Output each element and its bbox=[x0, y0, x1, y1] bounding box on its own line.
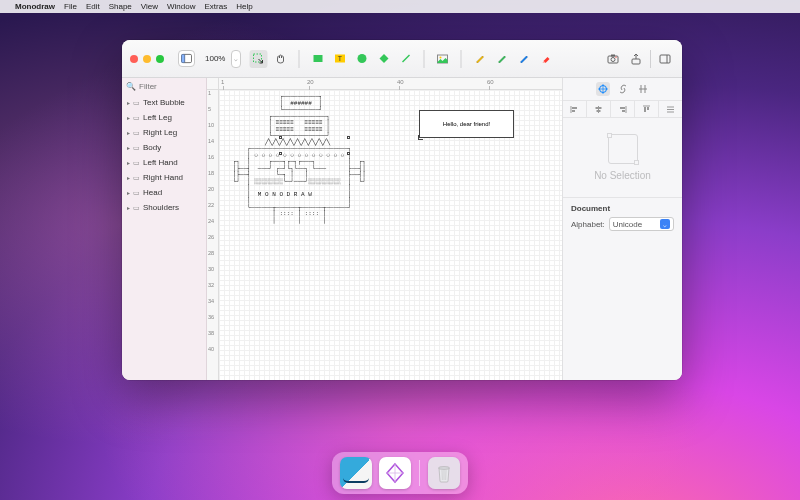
shape-item-shoulders[interactable]: ▸▭Shoulders bbox=[122, 200, 206, 215]
align-center-button[interactable] bbox=[587, 101, 611, 117]
maximize-button[interactable] bbox=[156, 55, 164, 63]
eraser-tool[interactable] bbox=[537, 50, 555, 68]
pencil-tool-3[interactable] bbox=[515, 50, 533, 68]
image-tool[interactable] bbox=[434, 50, 452, 68]
dock-separator bbox=[419, 460, 420, 486]
text-icon: T bbox=[334, 53, 345, 64]
tool-group-image bbox=[430, 50, 456, 68]
ruler-mark: 24 bbox=[208, 218, 214, 224]
ruler-mark: 10 bbox=[208, 122, 214, 128]
shape-item-label: Left Leg bbox=[143, 113, 172, 122]
line-icon bbox=[400, 53, 411, 64]
folder-icon: ▭ bbox=[133, 144, 140, 152]
inspector-toggle-button[interactable] bbox=[656, 50, 674, 68]
inspector-tabs bbox=[563, 78, 682, 101]
lines-button[interactable] bbox=[659, 101, 682, 117]
close-button[interactable] bbox=[130, 55, 138, 63]
disclosure-arrow-icon: ▸ bbox=[127, 174, 130, 181]
svg-rect-28 bbox=[596, 107, 602, 109]
align-right-button[interactable] bbox=[611, 101, 635, 117]
zoom-level[interactable]: 100% bbox=[203, 54, 227, 63]
zoom-stepper[interactable]: ⌵ bbox=[231, 50, 241, 68]
ruler-mark: 32 bbox=[208, 282, 214, 288]
shape-item-right-hand[interactable]: ▸▭Right Hand bbox=[122, 170, 206, 185]
align-top-button[interactable] bbox=[635, 101, 659, 117]
document-heading: Document bbox=[571, 204, 674, 213]
menu-window[interactable]: Window bbox=[167, 2, 195, 11]
tool-group-select bbox=[246, 50, 294, 68]
selection-tool[interactable] bbox=[250, 50, 268, 68]
speech-text: Hello, dear friend! bbox=[443, 121, 490, 127]
disclosure-arrow-icon: ▸ bbox=[127, 114, 130, 121]
dock-finder[interactable] bbox=[340, 457, 372, 489]
rectangle-tool[interactable] bbox=[309, 50, 327, 68]
disclosure-arrow-icon: ▸ bbox=[127, 129, 130, 136]
minimize-button[interactable] bbox=[143, 55, 151, 63]
trash-icon bbox=[435, 463, 453, 483]
folder-icon: ▭ bbox=[133, 174, 140, 182]
svg-rect-4 bbox=[313, 55, 322, 62]
text-tool[interactable]: T bbox=[331, 50, 349, 68]
shape-item-left-leg[interactable]: ▸▭Left Leg bbox=[122, 110, 206, 125]
alphabet-select[interactable]: Unicode ⌵ bbox=[609, 217, 674, 231]
menu-shape[interactable]: Shape bbox=[109, 2, 132, 11]
selection-handle[interactable] bbox=[279, 152, 282, 155]
svg-rect-16 bbox=[660, 55, 670, 63]
snapshot-button[interactable] bbox=[604, 50, 622, 68]
hand-tool[interactable] bbox=[272, 50, 290, 68]
camera-icon bbox=[607, 53, 619, 65]
canvas[interactable]: ┌──────────┐ │ ###### │ └──────────┘ ┌──… bbox=[219, 90, 562, 380]
robot-drawing[interactable]: ┌──────────┐ │ ###### │ └──────────┘ ┌──… bbox=[229, 94, 366, 224]
shape-item-text-bubble[interactable]: ▸▭Text Bubble bbox=[122, 95, 206, 110]
inspector-tab-position[interactable] bbox=[596, 82, 610, 96]
inspector-tab-attach[interactable] bbox=[616, 82, 630, 96]
menu-file[interactable]: File bbox=[64, 2, 77, 11]
pencil-tool-2[interactable] bbox=[493, 50, 511, 68]
toolbar-right bbox=[604, 50, 674, 68]
shape-item-head[interactable]: ▸▭Head bbox=[122, 185, 206, 200]
align-left-button[interactable] bbox=[563, 101, 587, 117]
inspector-tab-guides[interactable] bbox=[636, 82, 650, 96]
dock bbox=[332, 452, 468, 494]
chevron-down-icon: ⌵ bbox=[660, 219, 670, 229]
panel-icon bbox=[659, 53, 671, 65]
speech-bubble[interactable]: Hello, dear friend! bbox=[419, 110, 514, 138]
ruler-mark: 28 bbox=[208, 250, 214, 256]
hand-icon bbox=[275, 53, 287, 65]
shape-item-body[interactable]: ▸▭Body bbox=[122, 140, 206, 155]
ruler-mark: 20 bbox=[208, 186, 214, 192]
rectangle-icon bbox=[312, 53, 323, 64]
menu-help[interactable]: Help bbox=[236, 2, 252, 11]
app-name[interactable]: Monodraw bbox=[15, 2, 55, 11]
dock-trash[interactable] bbox=[428, 457, 460, 489]
export-button[interactable] bbox=[627, 50, 645, 68]
diamond-tool[interactable] bbox=[375, 50, 393, 68]
menu-extras[interactable]: Extras bbox=[204, 2, 227, 11]
inspector-subtabs bbox=[563, 101, 682, 118]
shape-item-right-leg[interactable]: ▸▭Right Leg bbox=[122, 125, 206, 140]
shapes-filter-input[interactable] bbox=[139, 82, 207, 91]
menu-edit[interactable]: Edit bbox=[86, 2, 100, 11]
selection-handle[interactable] bbox=[347, 136, 350, 139]
shape-item-left-hand[interactable]: ▸▭Left Hand bbox=[122, 155, 206, 170]
selection-handle[interactable] bbox=[347, 152, 350, 155]
alphabet-value: Unicode bbox=[613, 220, 642, 229]
cursor-icon bbox=[253, 53, 265, 65]
svg-point-7 bbox=[357, 54, 366, 63]
sidebar-toggle-button[interactable] bbox=[178, 50, 195, 67]
selection-handle[interactable] bbox=[279, 136, 282, 139]
svg-rect-31 bbox=[620, 107, 625, 109]
ruler-vertical: 15101416182022242628303234363840 bbox=[207, 90, 219, 380]
line-tool[interactable] bbox=[397, 50, 415, 68]
ellipse-tool[interactable] bbox=[353, 50, 371, 68]
attachment-icon bbox=[618, 84, 628, 94]
dock-monodraw[interactable] bbox=[379, 457, 411, 489]
tool-group-draw bbox=[467, 50, 559, 68]
svg-rect-32 bbox=[622, 110, 625, 112]
ruler-mark: 30 bbox=[208, 266, 214, 272]
position-icon bbox=[598, 84, 608, 94]
svg-rect-35 bbox=[647, 107, 649, 110]
pencil-tool-1[interactable] bbox=[471, 50, 489, 68]
menu-view[interactable]: View bbox=[141, 2, 158, 11]
ellipse-icon bbox=[356, 53, 367, 64]
